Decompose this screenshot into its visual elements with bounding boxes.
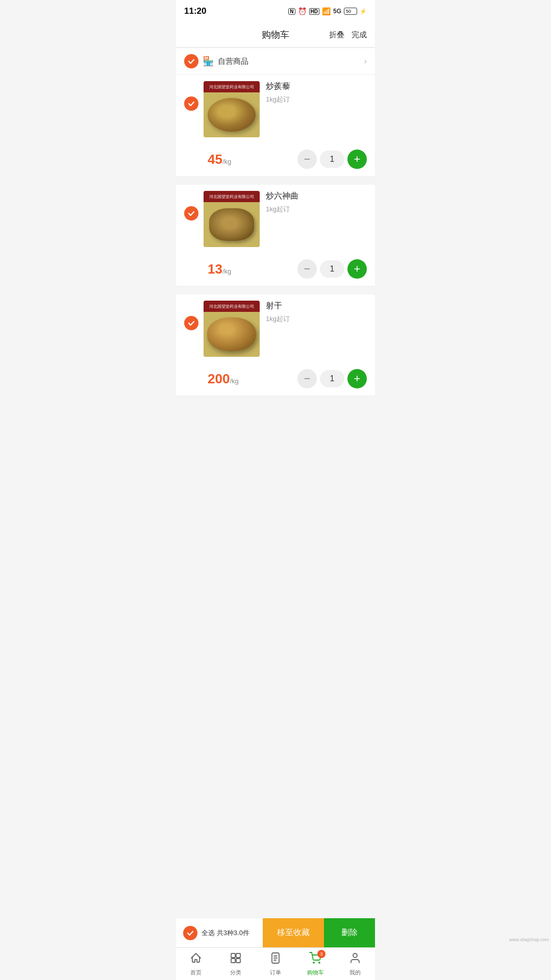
product-image-3: 河北国望堂药业有限公司 (204, 301, 260, 357)
done-button[interactable]: 完成 (352, 30, 367, 40)
mine-icon (349, 952, 361, 967)
svg-point-10 (353, 953, 357, 958)
qty-minus-2[interactable]: − (297, 259, 317, 279)
price-value-3: 200 (208, 371, 230, 386)
qty-controls-2: − 1 + (297, 259, 367, 279)
product-card: 河北国望堂药业有限公司 炒蒺藜 1kg起订 45/kg − 1 + (176, 75, 375, 177)
bottom-select-all: 全选 共3种3.0件 (176, 926, 257, 940)
select-all-label: 全选 (202, 929, 215, 937)
price-qty-row-2: 13/kg − 1 + (176, 253, 375, 286)
bottom-summary-label: 全选 共3种3.0件 (202, 928, 249, 938)
charging-icon: ⚡ (360, 8, 367, 15)
product-image-1: 河北国望堂药业有限公司 (204, 81, 260, 137)
tab-category-label: 分类 (230, 969, 241, 976)
status-bar: 11:20 N ⏰ HD 📶 5G 50 ⚡ (176, 0, 375, 22)
product-checkbox-2[interactable] (184, 206, 198, 220)
qty-plus-2[interactable]: + (347, 259, 367, 279)
price-qty-row-1: 45/kg − 1 + (176, 143, 375, 177)
product-image-2: 河北国望堂药业有限公司 (204, 191, 260, 247)
bottom-actions: 移至收藏 删除 (263, 918, 375, 947)
tab-cart-label: 购物车 (307, 969, 324, 976)
product-main-row-2: 河北国望堂药业有限公司 炒六神曲 1kg起订 (176, 185, 375, 253)
tab-category[interactable]: 分类 (216, 948, 256, 980)
qty-plus-1[interactable]: + (347, 150, 367, 169)
tab-cart[interactable]: 3 购物车 (295, 948, 335, 980)
gap-2 (176, 290, 375, 295)
cart-icon: 3 (309, 952, 321, 967)
product-name-3: 射干 (266, 301, 367, 311)
product-checkbox-1[interactable] (184, 96, 198, 111)
tab-order-label: 订单 (270, 969, 281, 976)
page-title: 购物车 (262, 29, 289, 41)
tab-home[interactable]: 首页 (176, 948, 216, 980)
home-icon (190, 952, 202, 967)
tab-mine-label: 我的 (349, 969, 361, 976)
section-checkbox[interactable] (184, 54, 198, 68)
product-price-3: 200/kg (208, 371, 239, 387)
bottom-bar: 全选 共3种3.0件 移至收藏 删除 (176, 918, 375, 947)
product-card-2: 河北国望堂药业有限公司 炒六神曲 1kg起订 13/kg − 1 + (176, 185, 375, 286)
alarm-icon: ⏰ (298, 7, 307, 15)
qty-minus-3[interactable]: − (297, 369, 317, 388)
product-card-3: 河北国望堂药业有限公司 射干 1kg起订 200/kg − 1 + (176, 295, 375, 396)
tab-order[interactable]: 订单 (256, 948, 295, 980)
section-header: 🏪 自营商品 › (176, 48, 375, 75)
qty-value-1: 1 (320, 151, 344, 168)
svg-rect-1 (236, 953, 240, 958)
price-qty-row-3: 200/kg − 1 + (176, 363, 375, 396)
store-icon: 🏪 (203, 56, 214, 67)
product-main-row: 河北国望堂药业有限公司 炒蒺藜 1kg起订 (176, 75, 375, 143)
price-value-1: 45 (208, 152, 222, 167)
product-name-1: 炒蒺藜 (266, 81, 367, 92)
product-info-3: 射干 1kg起订 (260, 301, 367, 324)
product-moq-2: 1kg起订 (266, 205, 367, 214)
bottom-gap (176, 400, 375, 492)
collapse-button[interactable]: 折叠 (329, 30, 344, 40)
product-price-1: 45/kg (208, 152, 231, 167)
wifi-icon: 📶 (322, 7, 331, 15)
section-title: 自营商品 (218, 57, 248, 66)
order-icon (269, 952, 282, 967)
svg-rect-0 (231, 953, 235, 958)
content-area: 🏪 自营商品 › 河北国望堂药业有限公司 (176, 48, 375, 564)
price-unit-1: /kg (222, 158, 231, 165)
product-name-2: 炒六神曲 (266, 191, 367, 202)
qty-controls-3: − 1 + (297, 369, 367, 388)
qty-value-3: 1 (320, 370, 344, 387)
product-checkbox-3[interactable] (184, 316, 198, 330)
qty-controls-1: − 1 + (297, 150, 367, 169)
cart-summary: 共3种3.0件 (217, 929, 249, 937)
qty-value-2: 1 (320, 260, 344, 278)
tab-home-label: 首页 (190, 969, 202, 976)
gap-1 (176, 181, 375, 185)
delete-button[interactable]: 删除 (324, 918, 375, 947)
page-header: 购物车 折叠 完成 (176, 22, 375, 47)
signal-icon: 5G (333, 8, 341, 15)
product-moq-1: 1kg起订 (266, 95, 367, 104)
category-icon (230, 952, 242, 967)
svg-point-9 (319, 962, 320, 963)
price-unit-2: /kg (222, 267, 231, 275)
svg-point-8 (313, 962, 314, 963)
qty-plus-3[interactable]: + (347, 369, 367, 388)
product-info-1: 炒蒺藜 1kg起订 (260, 81, 367, 104)
svg-rect-2 (231, 959, 235, 963)
price-unit-3: /kg (230, 377, 238, 385)
product-main-row-3: 河北国望堂药业有限公司 射干 1kg起订 (176, 295, 375, 363)
hd-icon: HD (309, 8, 319, 15)
product-moq-3: 1kg起订 (266, 314, 367, 324)
product-info-2: 炒六神曲 1kg起订 (260, 191, 367, 214)
select-all-checkbox[interactable] (183, 926, 197, 940)
cart-badge: 3 (317, 950, 325, 958)
battery-icon: 50 (344, 8, 357, 15)
status-icons: N ⏰ HD 📶 5G 50 ⚡ (288, 7, 367, 15)
svg-rect-3 (236, 959, 240, 963)
price-value-2: 13 (208, 261, 222, 277)
status-time: 11:20 (184, 6, 206, 16)
tab-bar: 首页 分类 订单 (176, 947, 375, 980)
move-to-collect-button[interactable]: 移至收藏 (263, 918, 324, 947)
qty-minus-1[interactable]: − (297, 150, 317, 169)
section-arrow-icon[interactable]: › (364, 57, 367, 66)
tab-mine[interactable]: 我的 (335, 948, 375, 980)
product-price-2: 13/kg (208, 261, 231, 277)
